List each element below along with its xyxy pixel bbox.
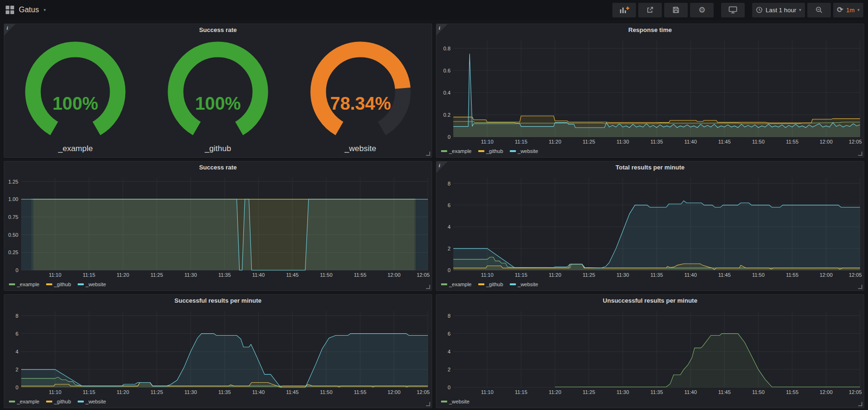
legend-item-_example[interactable]: _example [9, 399, 40, 404]
svg-text:11:20: 11:20 [117, 389, 129, 395]
legend-label: _website [86, 399, 106, 404]
svg-text:11:15: 11:15 [83, 389, 96, 395]
svg-text:0: 0 [448, 267, 450, 273]
legend-label: _website [518, 281, 538, 287]
chart-legend: _example_github_website [4, 279, 432, 290]
chart-canvas[interactable]: 00.250.500.751.001.2511:1011:1511:2011:2… [4, 173, 432, 279]
svg-text:11:45: 11:45 [718, 272, 731, 278]
save-button[interactable] [664, 3, 688, 17]
caret-down-icon: ▾ [857, 8, 860, 12]
save-icon [672, 6, 680, 14]
svg-text:2: 2 [448, 246, 450, 251]
svg-text:11:55: 11:55 [786, 272, 799, 278]
zoom-out-button[interactable] [807, 3, 831, 17]
settings-button[interactable]: ⚙ [690, 3, 714, 17]
refresh-interval-label: 1m [846, 7, 854, 14]
panel-resize-handle[interactable] [426, 402, 430, 406]
legend-label: _github [54, 281, 71, 287]
svg-text:1.00: 1.00 [8, 196, 18, 202]
chart-canvas[interactable]: 0246811:1011:1511:2011:2511:3011:3511:40… [436, 306, 864, 396]
gear-icon: ⚙ [699, 6, 706, 14]
chart-canvas[interactable]: 0246811:1011:1511:2011:2511:3011:3511:40… [4, 306, 432, 396]
gauge-website: 78.34% _website [302, 39, 419, 153]
dashboards-grid-icon [6, 6, 14, 14]
legend-label: _github [54, 399, 71, 404]
panel-title[interactable]: Success rate [4, 24, 432, 36]
chart-plot-area[interactable]: 0246811:1011:1511:2011:2511:3011:3511:40… [436, 306, 864, 396]
svg-text:12:00: 12:00 [820, 389, 833, 395]
legend-label: _example [17, 399, 40, 404]
svg-text:0.50: 0.50 [8, 232, 18, 238]
svg-text:4: 4 [16, 349, 18, 354]
add-panel-button[interactable] [612, 3, 636, 17]
legend-item-_github[interactable]: _github [478, 281, 503, 287]
gauge-github: 100% _github [159, 39, 277, 153]
dashboard-switcher[interactable]: Gatus ▾ [6, 6, 46, 14]
legend-swatch [46, 401, 52, 402]
legend-label: _website [86, 281, 106, 287]
svg-text:11:40: 11:40 [684, 389, 697, 395]
share-button[interactable] [638, 3, 662, 17]
legend-item-_example[interactable]: _example [441, 148, 472, 154]
time-range-button[interactable]: Last 1 hour ▾ [752, 3, 805, 17]
svg-text:11:35: 11:35 [218, 272, 231, 278]
legend-item-_github[interactable]: _github [478, 148, 503, 154]
legend-item-_example[interactable]: _example [441, 281, 472, 287]
svg-text:0: 0 [448, 385, 450, 390]
panel-resize-handle[interactable] [858, 152, 862, 156]
panel-resize-handle[interactable] [426, 152, 430, 156]
svg-text:11:25: 11:25 [151, 389, 163, 395]
svg-text:8: 8 [16, 313, 18, 319]
legend-item-_website[interactable]: _website [441, 399, 469, 404]
legend-item-_website[interactable]: _website [78, 281, 106, 287]
panel-resize-handle[interactable] [426, 285, 430, 289]
panel-title[interactable]: Success rate [4, 161, 432, 173]
legend-item-_example[interactable]: _example [9, 281, 40, 287]
svg-text:12:05: 12:05 [849, 139, 862, 145]
monitor-icon [729, 6, 737, 14]
svg-text:11:50: 11:50 [752, 139, 765, 145]
caret-down-icon: ▾ [799, 8, 801, 12]
svg-text:11:30: 11:30 [617, 272, 629, 278]
legend-item-_github[interactable]: _github [46, 399, 71, 404]
chart-plot-area[interactable]: 00.250.500.751.001.2511:1011:1511:2011:2… [4, 173, 432, 279]
legend-item-_website[interactable]: _website [78, 399, 106, 404]
gauge-value: 78.34% [330, 94, 391, 113]
gauges-row: 100% _example 100% _github 78.34% _webs [4, 36, 432, 157]
refresh-icon: ⟳ [837, 6, 843, 14]
svg-text:11:45: 11:45 [718, 139, 731, 145]
refresh-button[interactable]: ⟳ 1m ▾ [833, 3, 863, 17]
panel-title[interactable]: Unsuccessful results per minute [436, 295, 864, 306]
svg-text:6: 6 [16, 331, 18, 337]
legend-item-_website[interactable]: _website [510, 148, 538, 154]
gauge-value: 100% [195, 94, 241, 113]
legend-item-_github[interactable]: _github [46, 281, 71, 287]
cycle-view-button[interactable] [721, 3, 745, 17]
panel-title[interactable]: Response time [436, 24, 864, 36]
svg-text:11:50: 11:50 [752, 272, 765, 278]
chart-plot-area[interactable]: 0246811:1011:1511:2011:2511:3011:3511:40… [436, 173, 864, 279]
legend-item-_website[interactable]: _website [510, 281, 538, 287]
svg-text:11:30: 11:30 [185, 272, 197, 278]
gauge-arc: 100% [159, 39, 277, 144]
panel-title[interactable]: Successful results per minute [4, 295, 432, 306]
svg-text:11:50: 11:50 [320, 389, 333, 395]
svg-text:11:55: 11:55 [354, 272, 367, 278]
svg-text:6: 6 [448, 202, 450, 208]
panel-total-results: i Total results per minute 0246811:1011:… [436, 161, 864, 291]
chart-canvas[interactable]: 0246811:1011:1511:2011:2511:3011:3511:40… [436, 173, 864, 279]
svg-text:11:25: 11:25 [151, 272, 163, 278]
chart-plot-area[interactable]: 00.20.40.60.811:1011:1511:2011:2511:3011… [436, 36, 864, 146]
panel-title[interactable]: Total results per minute [436, 161, 864, 173]
svg-text:11:30: 11:30 [185, 389, 197, 395]
legend-swatch [441, 283, 447, 285]
panel-resize-handle[interactable] [858, 285, 862, 289]
chart-canvas[interactable]: 00.20.40.60.811:1011:1511:2011:2511:3011… [436, 36, 864, 146]
chart-plot-area[interactable]: 0246811:1011:1511:2011:2511:3011:3511:40… [4, 306, 432, 396]
svg-text:11:40: 11:40 [684, 272, 697, 278]
svg-text:12:05: 12:05 [849, 389, 862, 395]
svg-text:11:15: 11:15 [515, 389, 528, 395]
panel-resize-handle[interactable] [858, 402, 862, 406]
svg-text:11:50: 11:50 [752, 389, 765, 395]
svg-text:12:05: 12:05 [417, 272, 430, 278]
